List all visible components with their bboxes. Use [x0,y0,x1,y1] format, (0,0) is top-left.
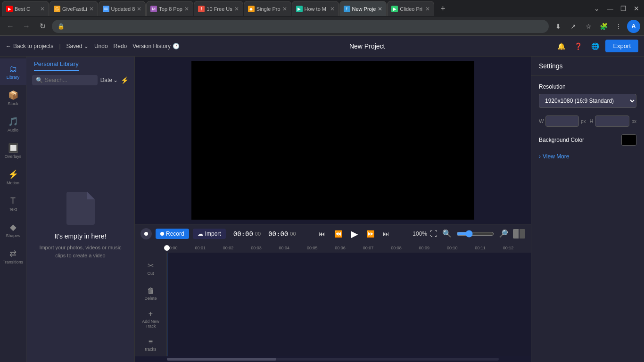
split-view-left[interactable] [513,229,519,239]
saved-button[interactable]: Saved ⌄ [66,43,89,49]
new-tab-button[interactable]: + [437,4,449,14]
timeline-tool-delete[interactable]: 🗑 Delete [138,282,164,305]
bookmark-icon[interactable]: ☆ [582,20,595,33]
date-filter-label: Date [100,77,112,83]
export-button[interactable]: Export [605,40,638,52]
bell-icon[interactable]: 🔔 [554,40,568,53]
browser-tab-tab4[interactable]: M Top 8 Pop ✕ [146,1,193,16]
rewind-button[interactable]: ⏪ [331,227,345,240]
current-frame: 00 [255,231,261,237]
browser-tab-tab3[interactable]: ✉ Updated 8 ✕ [99,1,146,16]
tab-close-tab7[interactable]: ✕ [330,6,335,12]
tab-actions: ⌄ — ❐ ✕ [591,3,642,14]
browser-tab-tab7[interactable]: ▶ How to M ✕ [292,1,339,16]
version-history-button[interactable]: Version History 🕐 [132,43,180,49]
split-view-right[interactable] [520,229,525,239]
back-button[interactable]: ← [4,20,17,33]
view-more-button[interactable]: › View More [539,153,636,160]
personal-library-tab[interactable]: Personal Library [34,60,79,71]
scrubber-handle[interactable] [164,245,170,251]
tab-close-tab5[interactable]: ✕ [234,6,239,12]
scrollbar-track[interactable] [167,358,499,361]
scrubber-handle-control[interactable] [140,228,152,239]
browser-tab-tab2[interactable]: G GiveFastLi ✕ [50,1,98,16]
canvas-area[interactable] [135,57,531,224]
bg-color-swatch[interactable] [621,134,636,146]
record-button[interactable]: Record [156,229,189,239]
resolution-select[interactable]: 1920x1080 (16:9 Standard) [539,94,636,108]
download-icon[interactable]: ⬇ [552,20,565,33]
import-button[interactable]: ☁ Import [193,229,226,239]
timeline-tool-add_track[interactable]: + Add New Track [138,307,164,331]
tab-close-tab8[interactable]: ✕ [378,6,382,12]
sidebar-label-motion: Motion [7,181,19,185]
browser-tab-tab6[interactable]: ◆ Single Pro ✕ [244,1,291,16]
undo-button[interactable]: Undo [94,43,108,49]
fullscreen-button[interactable]: ⛶ [430,230,438,238]
sidebar-item-shapes[interactable]: ◆ Shapes [0,217,26,243]
browser-tab-tab1[interactable]: ▶ Best C ✕ [2,1,49,16]
forward-button[interactable]: → [20,20,33,33]
restore-button[interactable]: ❐ [618,3,629,14]
tab-close-tab1[interactable]: ✕ [40,6,45,12]
sidebar-label-stock: Stock [8,101,18,106]
header-right: 🔔 ❓ 🌐 Export [554,40,638,53]
play-pause-button[interactable]: ▶ [347,227,361,240]
tab-favicon-tab3: ✉ [103,6,109,12]
sidebar-item-overlays[interactable]: 🔲 Overlays [0,138,26,164]
settings-title: Settings [531,57,644,76]
globe-icon[interactable]: 🌐 [588,40,602,53]
timeline-right: 100% ⛶ 🔍 🔎 [413,227,525,240]
track-area[interactable] [167,253,531,356]
url-input[interactable]: editor.flixier.com/projects/b3c4cb67-481… [67,23,543,30]
minimize-button[interactable]: — [604,3,616,14]
tab-close-tab6[interactable]: ✕ [282,6,287,12]
browser-tab-tab5[interactable]: f 10 Free Us ✕ [194,1,243,16]
sidebar-item-motion[interactable]: ⚡ Motion [0,164,26,190]
extension-icon[interactable]: 🧩 [597,20,610,33]
sidebar-item-library[interactable]: 🗂 Library [0,58,26,85]
header-divider: | [59,43,60,49]
date-filter-button[interactable]: Date ⌄ [100,77,118,83]
zoom-in-button[interactable]: 🔎 [497,227,510,240]
share-icon[interactable]: ↗ [567,20,580,33]
refresh-button[interactable]: ↻ [36,20,49,33]
browser-tab-tab8[interactable]: f New Proje ✕ [339,1,387,16]
height-input[interactable]: 1080 [595,115,629,127]
tab-close-tab3[interactable]: ✕ [137,6,141,12]
empty-subtitle: Import your photos, videos or music clip… [36,244,125,259]
sidebar-item-transitions[interactable]: ⇄ Transitions [0,243,26,270]
back-to-projects-button[interactable]: ← Back to projects [6,43,53,49]
time-mark-0: 00:00 [167,246,195,250]
time-mark-9: 00:09 [419,246,447,250]
timeline-tool-tracks[interactable]: ≡ tracks [138,333,164,356]
tab-close-tab4[interactable]: ✕ [184,6,189,12]
browser-tab-tab9[interactable]: ▶ Clideo Pri ✕ [387,1,434,16]
sidebar-item-stock[interactable]: 📦 Stock [0,85,26,111]
sidebar-item-audio[interactable]: 🎵 Audio [0,111,26,138]
main-area: Record ☁ Import 00:00 00 00:00 00 [135,57,531,362]
skip-to-start-button[interactable]: ⏮ [315,227,329,240]
profile-menu-icon[interactable]: ⋮ [612,20,625,33]
timeline-tool-cut[interactable]: ✂ Cut [138,256,164,280]
skip-to-end-button[interactable]: ⏭ [380,227,393,240]
search-input[interactable] [45,77,94,83]
tab-close-tab9[interactable]: ✕ [425,6,430,12]
scrubber-row[interactable]: 00:0000:0100:0200:0300:0400:0500:0600:07… [135,243,531,253]
profile-avatar[interactable]: A [627,20,640,33]
empty-file-icon [66,192,95,225]
scrollbar-thumb[interactable] [167,358,276,361]
close-window-button[interactable]: ✕ [631,3,642,14]
zoom-out-button[interactable]: 🔍 [440,227,454,240]
sidebar-item-text[interactable]: T Text [0,190,26,217]
width-input[interactable]: 1920 [545,115,579,127]
tab-collapse-button[interactable]: ⌄ [591,3,603,14]
help-icon[interactable]: ❓ [571,40,585,53]
fast-forward-button[interactable]: ⏩ [363,227,377,240]
redo-button[interactable]: Redo [114,43,127,49]
tab-close-tab2[interactable]: ✕ [89,6,94,12]
zoom-slider[interactable] [456,230,494,238]
tab-title-tab7: How to M [305,6,328,12]
filter-icon[interactable]: ⚡ [121,76,129,84]
record-icon [160,232,164,236]
